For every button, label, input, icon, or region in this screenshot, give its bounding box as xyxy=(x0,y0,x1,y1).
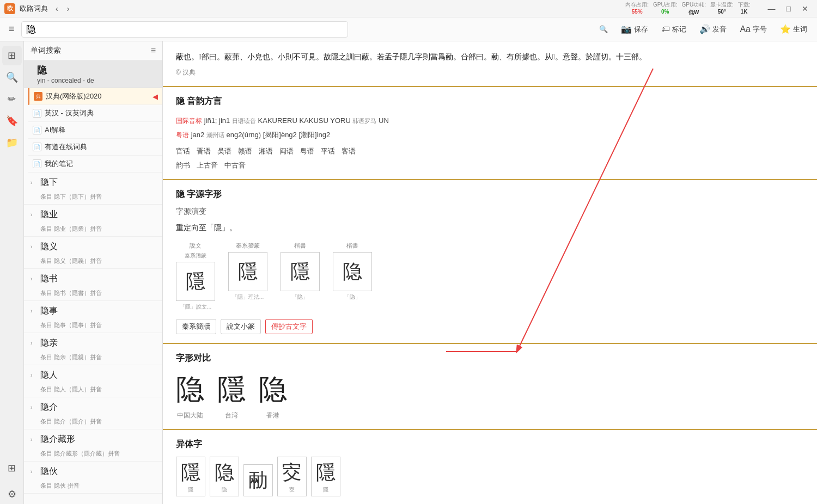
maximize-button[interactable]: □ xyxy=(782,3,795,14)
variant-2: 隐 隐 xyxy=(210,457,239,496)
expand-icon: › xyxy=(31,276,37,282)
shanggu-button[interactable]: 上古音 xyxy=(197,161,218,170)
variant-1: 隱 隱 xyxy=(176,457,205,496)
font-size-button[interactable]: Aa 字号 xyxy=(736,22,770,36)
word-char: 隐介藏形 xyxy=(40,434,75,445)
origin-title: 隐 字源字形 xyxy=(176,189,804,200)
nav-home-button[interactable]: ⊞ xyxy=(2,46,22,65)
close-button[interactable]: ✕ xyxy=(797,3,813,14)
sidebar-word-6[interactable]: › 隐人 条目 隐人（隱人）拼音 xyxy=(24,365,162,397)
nav-search-button[interactable]: 🔍 xyxy=(2,67,22,87)
sidebar-word-1[interactable]: › 隐业 条目 隐业（隱業）拼音 xyxy=(24,205,162,237)
word-sub: 条目 隐介藏形（隱介藏）拼音 xyxy=(24,450,162,461)
word-char: 隐事 xyxy=(40,305,58,317)
form-kaishu1: 楷書 隱 「隐」 xyxy=(281,242,320,310)
pronounce-button[interactable]: 🔊 发音 xyxy=(696,22,730,36)
word-sub: 条目 隐亲（隱親）拼音 xyxy=(24,353,162,365)
expand-icon: › xyxy=(31,437,37,442)
source-item-handian[interactable]: 典 汉典(网络版)2020 ◀ xyxy=(28,88,162,105)
vocabulary-button[interactable]: ⭐ 生词 xyxy=(777,22,810,36)
source-item-youdao[interactable]: 📄 有道在线词典 xyxy=(28,139,162,156)
main-word-entry[interactable]: 隐 yin - concealed - de xyxy=(24,60,162,88)
form-box-1: 隱 xyxy=(176,262,215,301)
yinshu-button[interactable]: 韵书 xyxy=(176,161,190,170)
nav-forward-button[interactable]: › xyxy=(64,3,73,14)
dialect-xiangyu[interactable]: 湘语 xyxy=(259,146,273,156)
dialect-keyu[interactable]: 客语 xyxy=(342,146,356,156)
bookmark-icon: 🔖 xyxy=(6,115,18,127)
search-box xyxy=(21,21,348,38)
sidebar-word-2[interactable]: › 隐义 条目 隐义（隱義）拼音 xyxy=(24,237,162,269)
comparison-char-hongkong: 隐 xyxy=(259,371,287,409)
sidebar-word-9[interactable]: › 隐伙 条目 隐伙 拼音 xyxy=(24,462,162,494)
source-item-notes[interactable]: 📄 我的笔记 xyxy=(28,156,162,173)
form-box-3: 隱 xyxy=(281,252,320,291)
dialect-yueyu[interactable]: 粤语 xyxy=(300,146,314,156)
nav-folder-button[interactable]: 📁 xyxy=(2,133,22,152)
expand-icon: › xyxy=(31,469,37,475)
yinshu-line: 韵书 上古音 中古音 xyxy=(176,161,804,170)
dialect-pinghua[interactable]: 平话 xyxy=(321,146,335,156)
nav-bookmarks-button[interactable]: 🔖 xyxy=(2,111,22,131)
nav-settings-button[interactable]: ⚙ xyxy=(2,484,22,504)
source-item-ai[interactable]: 📄 AI解释 xyxy=(28,122,162,139)
dialect-wuyu[interactable]: 吴语 xyxy=(217,146,231,156)
expand-icon: › xyxy=(31,212,37,218)
shuowen-button[interactable]: 說文小篆 xyxy=(221,319,261,334)
source-item-en-zh[interactable]: 📄 英汉 - 汉英词典 xyxy=(28,105,162,122)
form-box-4: 隐 xyxy=(333,252,372,291)
sidebar-content: 隐 yin - concealed - de 典 汉典(网络版)2020 ◀ 📄… xyxy=(24,60,162,504)
comparison-mainland: 隐 中国大陆 xyxy=(176,371,204,420)
nav-buttons: ‹ › xyxy=(52,3,72,14)
qin-jian-button[interactable]: 秦系簡牘 xyxy=(176,319,216,334)
save-button[interactable]: 📷 保存 xyxy=(618,22,651,36)
sidebar-word-5[interactable]: › 隐亲 条目 隐亲（隱親）拼音 xyxy=(24,333,162,365)
sidebar-word-4[interactable]: › 隐事 条目 隐事（隱事）拼音 xyxy=(24,301,162,333)
origin-subtitle: 字源演变 xyxy=(176,207,804,217)
search-nav-icon: 🔍 xyxy=(6,71,18,83)
search-input[interactable] xyxy=(26,23,343,35)
minimize-button[interactable]: — xyxy=(764,3,780,14)
app-icon: 欧 xyxy=(4,3,15,14)
menu-button[interactable]: ≡ xyxy=(7,21,17,37)
download: 下载: 1K xyxy=(738,1,751,16)
expand-icon: › xyxy=(31,308,37,314)
dialect-minyu[interactable]: 闽语 xyxy=(279,146,294,156)
sidebar-toggle-icon[interactable]: ≡ xyxy=(151,46,156,56)
japanese-label: 日语读音 xyxy=(232,118,256,124)
toolbar: ≡ 🔍 📷 保存 🏷 标记 🔊 发音 Aa 字号 ⭐ 生词 xyxy=(0,17,817,41)
nav-edit-button[interactable]: ✏ xyxy=(2,89,22,109)
zhonggu-button[interactable]: 中古音 xyxy=(224,161,246,170)
sidebar-header: 单词搜索 ≡ xyxy=(24,41,162,60)
edit-icon: ✏ xyxy=(8,93,16,105)
chuanchao-button[interactable]: 傳抄古文字 xyxy=(265,319,313,334)
titlebar: 欧 欧路词典 ‹ › 内存占用: 55% GPU占用: 0% GPU功耗: 低W… xyxy=(0,0,817,17)
word-sub: 条目 隐介（隱介）拼音 xyxy=(24,417,162,429)
dialect-guanhua[interactable]: 官话 xyxy=(176,146,190,156)
sidebar-word-3[interactable]: › 隐书 条目 隐书（隱書）拼音 xyxy=(24,269,162,301)
sidebar-word-0[interactable]: › 隐下 条目 隐下（隱下）拼音 xyxy=(24,173,162,205)
sidebar-word-8[interactable]: › 隐介藏形 条目 隐介藏形（隱介藏）拼音 xyxy=(24,429,162,462)
word-sub: 条目 隐事（隱事）拼音 xyxy=(24,321,162,333)
main-layout: ⊞ 🔍 ✏ 🔖 📁 ⊞ ⚙ 单词搜索 ≡ 隐 yin xyxy=(0,41,817,504)
source-icon-ai: 📄 xyxy=(33,126,41,134)
word-char: 隐介 xyxy=(40,402,58,413)
dialect-ganyu[interactable]: 赣语 xyxy=(238,146,252,156)
korean-label: 韩语罗马 xyxy=(352,118,376,124)
sidebar-word-7[interactable]: › 隐介 条目 隐介（隱介）拼音 xyxy=(24,397,162,429)
search-icon-button[interactable]: 🔍 xyxy=(596,23,611,35)
phonetics-section: 隐 音韵方言 国际音标 jiñ1; jin1 日语读音 KAKURERU KA… xyxy=(163,87,817,180)
dialect-jinyu[interactable]: 晋语 xyxy=(197,146,211,156)
comparison-taiwan: 隱 台湾 xyxy=(217,371,246,420)
form-shuowen: 說文 秦系籀篆 隱 「隱」說文... xyxy=(176,242,215,310)
mark-button[interactable]: 🏷 标记 xyxy=(658,22,690,36)
nav-grid-button[interactable]: ⊞ xyxy=(2,458,22,478)
word-list: › 隐下 条目 隐下（隱下）拼音 › 隐业 条目 隐业（隱業）拼音 › 隐义 条… xyxy=(24,173,162,494)
app-name: 欧路词典 xyxy=(20,4,48,14)
origin-section: 隐 字源字形 字源演变 重定向至「隱」。 說文 秦系籀篆 隱 「隱」說文... … xyxy=(163,180,817,344)
camera-icon: 📷 xyxy=(621,24,632,34)
nav-back-button[interactable]: ‹ xyxy=(52,3,62,14)
comparison-chars: 隐 中国大陆 隱 台湾 隐 香港 xyxy=(176,371,804,420)
chaoyang-value: [潮阳]ing2 xyxy=(298,131,330,139)
mem-usage: 内存占用: 55% xyxy=(625,1,649,16)
